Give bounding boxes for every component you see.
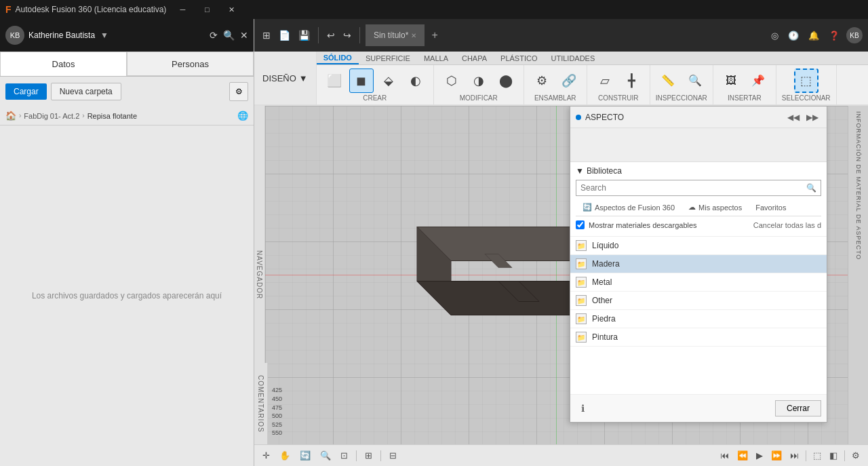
nueva-carpeta-button[interactable]: Nueva carpeta xyxy=(51,83,121,100)
toolbar-icon2[interactable]: 🕐 xyxy=(785,28,802,43)
breadcrumb-home[interactable]: 🏠 xyxy=(5,111,16,121)
playback-controls: ⏮ ⏪ ▶ ⏩ ⏭ ⬚ ◧ ⚙ xyxy=(717,449,863,462)
construct-axis-button[interactable]: ╋ xyxy=(620,69,644,93)
assemble-motion-button[interactable]: 🔗 xyxy=(557,69,581,93)
user-dropdown-icon[interactable]: ▼ xyxy=(100,31,108,40)
solid-sphere-button[interactable]: ◐ xyxy=(403,69,428,93)
orbit-icon-button[interactable]: 🔄 xyxy=(297,449,313,462)
close-panel-icon[interactable]: ✕ xyxy=(240,30,248,41)
breadcrumb-item1[interactable]: FabDig 01- Act.2 xyxy=(24,112,79,120)
select-button[interactable]: ⬚ xyxy=(794,69,818,93)
construct-plane-button[interactable]: ▱ xyxy=(593,69,617,93)
tab-close-icon[interactable]: ✕ xyxy=(411,32,416,39)
move-icon-button[interactable]: ✛ xyxy=(260,449,273,462)
tab-sin-titulo[interactable]: Sin título* ✕ xyxy=(366,24,425,46)
inspect-section-button[interactable]: 🔍 xyxy=(683,69,707,93)
asp-tab-fusion[interactable]: 🔄 Aspectos de Fusion 360 xyxy=(576,200,682,216)
modify-push-button[interactable]: ⬡ xyxy=(439,69,464,93)
list-item[interactable]: 📁 Madera xyxy=(570,255,827,273)
toolbar-icon3[interactable]: 🔔 xyxy=(806,28,822,43)
user-section: KB Katherine Bautista ▼ xyxy=(5,26,204,45)
play-start-button[interactable]: ⏮ xyxy=(717,449,732,462)
pan-icon-button[interactable]: ✋ xyxy=(277,449,293,462)
info-icon[interactable]: ℹ xyxy=(576,397,590,419)
create-sketch-button[interactable]: ⬜ xyxy=(322,69,347,93)
tab-personas[interactable]: Personas xyxy=(127,52,254,76)
cerrar-button[interactable]: Cerrar xyxy=(775,400,821,416)
crear-label[interactable]: CREAR xyxy=(363,94,387,102)
refresh-icon[interactable]: ⟳ xyxy=(210,30,218,41)
tab-datos[interactable]: Datos xyxy=(0,52,127,76)
modificar-label[interactable]: MODIFICAR xyxy=(460,94,498,102)
play-button[interactable]: ▶ xyxy=(753,449,766,462)
canvas-area[interactable]: 425 450 475 500 525 550 INICIAL LAT xyxy=(265,106,848,444)
cancelar-link[interactable]: Cancelar todas las d xyxy=(753,221,821,229)
apps-icon[interactable]: ⊞ xyxy=(260,27,273,43)
close-button[interactable]: ✕ xyxy=(219,0,243,19)
modify-shell-button[interactable]: ⬤ xyxy=(494,69,518,93)
search-input[interactable] xyxy=(576,180,802,195)
downloadable-checkbox[interactable] xyxy=(576,220,585,229)
tab-plastico[interactable]: PLÁSTICO xyxy=(494,52,544,64)
ensamblar-label[interactable]: ENSAMBLAR xyxy=(534,94,576,102)
toolbar-icon4[interactable]: ❓ xyxy=(826,28,842,43)
play-end-button[interactable]: ⏭ xyxy=(787,449,802,462)
redo-icon[interactable]: ↪ xyxy=(340,27,354,43)
breadcrumb-end-icon[interactable]: 🌐 xyxy=(237,111,248,121)
frame-view-button[interactable]: ⬚ xyxy=(810,449,824,462)
search-icon[interactable]: 🔍 xyxy=(802,180,821,195)
play-prev-button[interactable]: ⏪ xyxy=(734,449,751,462)
modify-fillet-button[interactable]: ◑ xyxy=(467,69,491,93)
insert-canvas-button[interactable]: 🖼 xyxy=(719,69,743,93)
app-icon: F xyxy=(5,4,12,15)
play-next-button[interactable]: ⏩ xyxy=(768,449,785,462)
solid-box-button[interactable]: ◼ xyxy=(349,69,374,93)
toolbar-icon1[interactable]: ◎ xyxy=(768,28,781,43)
file-icon[interactable]: 📄 xyxy=(276,27,293,43)
search-icon[interactable]: 🔍 xyxy=(223,30,235,41)
list-item[interactable]: 📁 Pintura xyxy=(570,328,827,347)
inspeccionar-label[interactable]: INSPECCIONAR xyxy=(656,94,707,102)
tab-superficie[interactable]: SUPERFICIE xyxy=(359,52,417,64)
user-avatar-right[interactable]: KB xyxy=(846,27,863,43)
minimize-button[interactable]: ─ xyxy=(170,0,195,19)
tab-utilidades[interactable]: UTILIDADES xyxy=(544,52,601,64)
design-menu[interactable]: DISEÑO ▼ xyxy=(254,52,317,104)
tab-chapa[interactable]: CHAPA xyxy=(455,52,494,64)
grid-button[interactable]: ⊟ xyxy=(387,449,399,462)
list-item[interactable]: 📁 Líquido xyxy=(570,237,827,255)
asp-tab-mis[interactable]: ☁ Mis aspectos xyxy=(682,200,749,216)
seleccionar-label[interactable]: SELECCIONAR xyxy=(782,94,831,102)
modificar-tools: ⬡ ◑ ⬤ xyxy=(439,68,518,93)
construir-label[interactable]: CONSTRUIR xyxy=(598,94,638,102)
display-settings-button[interactable]: ⊞ xyxy=(362,449,375,462)
list-item[interactable]: 📁 Other xyxy=(570,292,827,310)
settings-gear-button[interactable]: ⚙ xyxy=(229,82,248,101)
save-icon[interactable]: 💾 xyxy=(296,27,313,43)
list-item[interactable]: 📁 Piedra xyxy=(570,310,827,328)
fit-view-button[interactable]: ⊡ xyxy=(338,449,351,462)
aspect-expand-button[interactable]: ▶▶ xyxy=(804,111,821,123)
zoom-icon-button[interactable]: 🔍 xyxy=(317,449,334,462)
bottom-settings-button[interactable]: ⚙ xyxy=(849,449,863,462)
seleccionar-tools: ⬚ xyxy=(794,68,818,93)
section-insertar: 🖼 📌 INSERTAR xyxy=(713,65,776,104)
assemble-joint-button[interactable]: ⚙ xyxy=(530,69,554,93)
cargar-button[interactable]: Cargar xyxy=(5,83,47,100)
undo-icon[interactable]: ↩ xyxy=(324,27,338,43)
maximize-button[interactable]: □ xyxy=(195,0,219,19)
layers-button[interactable]: ◧ xyxy=(827,449,840,462)
tab-malla[interactable]: MALLA xyxy=(417,52,455,64)
biblioteca-header[interactable]: ▼ Biblioteca xyxy=(576,166,821,176)
insert-decal-button[interactable]: 📌 xyxy=(746,69,770,93)
list-item[interactable]: 📁 Metal xyxy=(570,273,827,292)
toolbar-sep2 xyxy=(359,27,360,43)
new-tab-button[interactable]: + xyxy=(427,29,441,41)
tab-solido[interactable]: SÓLIDO xyxy=(317,52,359,64)
left-panel: KB Katherine Bautista ▼ ⟳ 🔍 ✕ Datos Pers… xyxy=(0,19,254,466)
solid-cylinder-button[interactable]: ⬙ xyxy=(376,69,401,93)
inspect-measure-button[interactable]: 📏 xyxy=(656,69,680,93)
asp-tab-favoritos[interactable]: Favoritos xyxy=(749,200,793,216)
insertar-label[interactable]: INSERTAR xyxy=(728,94,762,102)
aspect-pin-button[interactable]: ◀◀ xyxy=(785,111,802,123)
